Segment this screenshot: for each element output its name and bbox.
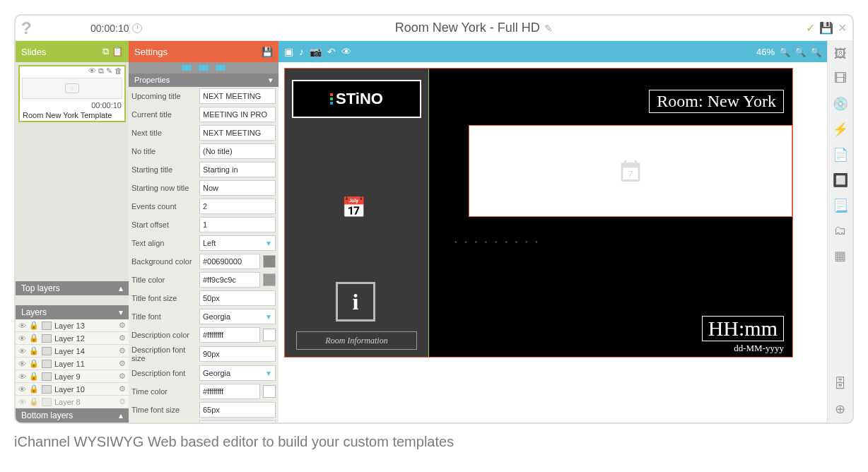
tab-2[interactable]: [199, 65, 209, 71]
prop-label: Time color: [131, 387, 198, 396]
eye-icon[interactable]: 👁: [18, 360, 26, 368]
save-icon[interactable]: 💾: [819, 21, 833, 35]
next-title-input[interactable]: [199, 125, 276, 141]
description-color-input[interactable]: [199, 327, 260, 343]
copy-icon[interactable]: ⧉: [98, 66, 104, 76]
document-tool-icon[interactable]: 📃: [833, 198, 848, 213]
color-swatch[interactable]: [263, 255, 276, 268]
color-swatch[interactable]: [263, 385, 276, 398]
title-color-input[interactable]: [199, 272, 260, 288]
add-tool-icon[interactable]: ⊕: [835, 401, 845, 417]
zoom-out-icon[interactable]: 🔍: [810, 47, 821, 57]
gear-icon[interactable]: ⚙: [119, 346, 126, 355]
zoom-in-icon[interactable]: 🔍: [779, 47, 790, 57]
music-icon[interactable]: ♪: [299, 46, 304, 57]
layer-row[interactable]: 👁🔒Layer 12⚙: [16, 332, 129, 345]
slide-thumb[interactable]: 👁 ⧉ ✎ 🗑 ○ 00:00:10 Room New York Templat…: [18, 65, 126, 122]
eye-icon[interactable]: 👁: [18, 321, 26, 330]
time-font-size-input[interactable]: [199, 402, 276, 418]
lock-icon[interactable]: 🔒: [29, 346, 39, 355]
trash-icon[interactable]: 🗑: [115, 66, 122, 76]
eye-icon[interactable]: 👁: [18, 372, 26, 381]
eye-icon[interactable]: 👁: [88, 66, 96, 76]
top-layers-header[interactable]: Top layers ▴: [16, 281, 129, 295]
layer-row[interactable]: 👁🔒Layer 13⚙: [16, 319, 129, 332]
layer-row[interactable]: 👁🔒Layer 10⚙: [16, 383, 129, 396]
description-font-select[interactable]: Georgia▼: [199, 365, 276, 381]
image-tool-icon[interactable]: 🖼: [834, 47, 847, 61]
lock-icon[interactable]: 🔒: [29, 321, 39, 330]
lock-icon[interactable]: 🔒: [29, 384, 39, 394]
zoom-fit-icon[interactable]: 🔍: [794, 47, 806, 57]
upcoming-title-input[interactable]: [199, 88, 276, 104]
gear-icon[interactable]: ⚙: [119, 334, 126, 343]
layers-header[interactable]: Layers ▾: [16, 305, 129, 319]
undo-icon[interactable]: ↶: [327, 46, 336, 57]
canvas-area[interactable]: STiNO 📅 i Room Information Room: New Yor…: [278, 62, 827, 423]
current-title-input[interactable]: [199, 107, 276, 122]
eye-icon[interactable]: 👁: [18, 385, 26, 394]
tab-3[interactable]: [216, 65, 225, 71]
table-tool-icon[interactable]: ▦: [834, 248, 846, 264]
lock-icon[interactable]: 🔒: [29, 372, 39, 381]
room-title-label[interactable]: Room: New York: [649, 90, 784, 113]
eye-icon[interactable]: 👁: [18, 334, 26, 343]
tab-1[interactable]: [182, 65, 192, 71]
gear-icon[interactable]: ⚙: [119, 321, 126, 330]
save-icon[interactable]: 💾: [262, 47, 273, 57]
color-swatch[interactable]: [263, 273, 276, 286]
edit-icon[interactable]: ✎: [544, 23, 553, 34]
edit-icon[interactable]: ✎: [106, 66, 112, 76]
database-tool-icon[interactable]: 🗄: [834, 377, 847, 391]
room-info-button[interactable]: Room Information: [296, 331, 417, 350]
gear-icon[interactable]: ⚙: [119, 384, 126, 394]
help-icon[interactable]: ?: [21, 18, 35, 38]
eye-icon[interactable]: 👁: [341, 46, 351, 57]
time-color-input[interactable]: [199, 384, 260, 399]
layer-row[interactable]: 👁🔒Layer 14⚙: [16, 345, 129, 358]
lock-icon[interactable]: 🔒: [29, 334, 39, 343]
check-icon[interactable]: ✓: [806, 21, 815, 35]
properties-header[interactable]: Properties ▾: [129, 73, 278, 87]
gear-icon[interactable]: ⚙: [119, 397, 126, 406]
bottom-layers-header[interactable]: Bottom layers ▴: [16, 408, 129, 423]
audio-tool-icon[interactable]: 💿: [833, 96, 848, 112]
color-swatch[interactable]: [263, 329, 276, 341]
gear-icon[interactable]: ⚙: [119, 359, 126, 368]
html-tool-icon[interactable]: 🔲: [833, 172, 848, 188]
paste-icon[interactable]: 📋: [112, 46, 123, 57]
date-label[interactable]: dd-MM-yyyy: [734, 343, 784, 354]
title-font-size-input[interactable]: [199, 290, 276, 306]
layer-row[interactable]: 👁🔒Layer 9⚙: [16, 370, 129, 383]
flash-tool-icon[interactable]: ⚡: [833, 122, 848, 137]
title-font-select[interactable]: Georgia▼: [199, 309, 276, 324]
background-color-input[interactable]: [199, 254, 260, 269]
eye-icon[interactable]: 👁: [18, 347, 26, 355]
events-panel[interactable]: 7: [469, 125, 792, 217]
description-font-size-input[interactable]: [199, 346, 276, 362]
events-count-input[interactable]: [199, 199, 276, 214]
no-title-input[interactable]: [199, 143, 276, 159]
camera-icon[interactable]: 📷: [310, 46, 322, 57]
layout-icon[interactable]: ▣: [284, 46, 293, 57]
starting-title-input[interactable]: [199, 162, 276, 177]
info-icon-box[interactable]: i: [336, 282, 375, 321]
copy-icon[interactable]: ⧉: [102, 46, 109, 57]
video-tool-icon[interactable]: 🎞: [834, 71, 847, 86]
close-icon[interactable]: ✕: [838, 21, 847, 35]
layer-row[interactable]: 👁🔒Layer 11⚙: [16, 358, 129, 370]
time-font-select[interactable]: Georgia▼: [199, 420, 276, 423]
starting-now-title-input[interactable]: [199, 180, 276, 196]
time-label[interactable]: HH:mm: [702, 316, 784, 341]
lock-icon[interactable]: 🔒: [29, 359, 39, 368]
text-align-select[interactable]: Left▼: [199, 235, 276, 251]
logo-box[interactable]: STiNO: [292, 80, 421, 118]
widget-tool-icon[interactable]: 🗂: [834, 223, 847, 238]
slide-canvas[interactable]: STiNO 📅 i Room Information Room: New Yor…: [284, 68, 793, 358]
layer-row[interactable]: 👁🔒Layer 8⚙: [16, 396, 129, 408]
start-offset-input[interactable]: [199, 217, 276, 232]
lock-icon[interactable]: 🔒: [29, 397, 39, 406]
text-tool-icon[interactable]: 📄: [833, 147, 848, 163]
gear-icon[interactable]: ⚙: [119, 372, 126, 381]
eye-icon[interactable]: 👁: [18, 398, 26, 406]
